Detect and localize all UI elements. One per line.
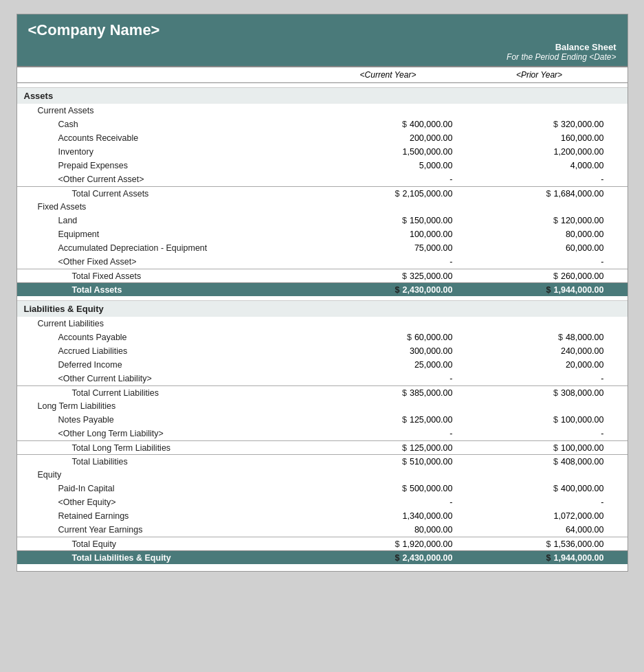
total-current-assets-py: $ 1,684,000.00	[464, 189, 615, 199]
total-current-liabilities-row: Total Current Liabilities $ 385,000.00 $…	[17, 385, 628, 399]
total-liabilities-equity-cy: $ 2,430,000.00	[313, 553, 464, 563]
total-assets-cy: $ 2,430,000.00	[313, 285, 464, 295]
total-lt-liabilities-cy: $ 125,000.00	[313, 443, 464, 453]
dollar-sign: $	[402, 415, 407, 425]
total-liabilities-equity-label: Total Liabilities & Equity	[17, 553, 313, 563]
equipment-cy: 100,000.00	[313, 229, 464, 239]
accum-depreciation-row: Accumulated Depreciation - Equipment 75,…	[17, 241, 628, 255]
other-lt-liability-row: <Other Long Term Liability> - -	[17, 427, 628, 440]
total-fixed-assets-cy: $ 325,000.00	[313, 271, 464, 281]
total-assets-label: Total Assets	[17, 285, 313, 295]
dollar-sign: $	[553, 216, 558, 225]
other-equity-row: <Other Equity> - -	[17, 495, 628, 509]
total-equity-label: Total Equity	[17, 539, 313, 549]
notes-payable-label: Notes Payable	[17, 415, 313, 425]
accrued-liabilities-cy: 300,000.00	[313, 346, 464, 356]
total-current-liabilities-py: $ 308,000.00	[464, 388, 615, 398]
dollar-sign: $	[553, 388, 558, 398]
other-fixed-asset-row: <Other Fixed Asset> - -	[17, 255, 628, 269]
dollar-sign: $	[546, 189, 551, 199]
total-assets-py: $ 1,944,000.00	[464, 285, 615, 295]
accrued-liabilities-row: Accrued Liabilities 300,000.00 240,000.0…	[17, 344, 628, 358]
current-year-earnings-label: Current Year Earnings	[17, 525, 313, 535]
paid-in-capital-row: Paid-In Capital $ 500,000.00 $ 400,000.0…	[17, 482, 628, 495]
doc-title: Balance Sheet	[28, 42, 617, 52]
accum-depreciation-cy: 75,000.00	[313, 243, 464, 253]
dollar-sign: $	[402, 388, 407, 398]
paid-in-capital-cy: $ 500,000.00	[313, 484, 464, 493]
retained-earnings-row: Retained Earnings 1,340,000.00 1,072,000…	[17, 509, 628, 523]
prepaid-expenses-label: Prepaid Expenses	[17, 161, 313, 170]
total-assets-row: Total Assets $ 2,430,000.00 $ 1,944,000.…	[17, 282, 628, 296]
other-equity-cy: -	[313, 497, 464, 507]
header-right: Balance Sheet For the Period Ending <Dat…	[28, 42, 617, 62]
other-fixed-asset-cy: -	[313, 257, 464, 267]
other-equity-py: -	[464, 497, 615, 507]
total-liabilities-label: Total Liabilities	[17, 457, 313, 467]
total-current-liabilities-cy: $ 385,000.00	[313, 388, 464, 398]
other-current-liability-cy: -	[313, 374, 464, 383]
dollar-sign: $	[395, 553, 400, 563]
retained-earnings-py: 1,072,000.00	[464, 511, 615, 521]
long-term-liabilities-label: Long Term Liabilities	[17, 399, 628, 413]
prepaid-expenses-cy: 5,000.00	[313, 161, 464, 170]
other-lt-liability-label: <Other Long Term Liability>	[17, 429, 313, 438]
cash-cy: $ 400,000.00	[313, 120, 464, 129]
deferred-income-cy: 25,000.00	[313, 360, 464, 370]
total-equity-py: $ 1,536,000.00	[464, 539, 615, 549]
total-current-liabilities-label: Total Current Liabilities	[17, 388, 313, 398]
other-lt-liability-cy: -	[313, 429, 464, 438]
liabilities-equity-section-header: Liabilities & Equity	[17, 300, 628, 317]
accrued-liabilities-label: Accrued Liabilities	[17, 346, 313, 356]
total-liabilities-equity-py: $ 1,944,000.00	[464, 553, 615, 563]
dollar-sign: $	[546, 553, 551, 563]
dollar-sign: $	[395, 189, 400, 199]
current-year-earnings-py: 64,000.00	[464, 525, 615, 535]
land-py: $ 120,000.00	[464, 216, 615, 225]
inventory-py: 1,200,000.00	[464, 147, 615, 157]
land-cy: $ 150,000.00	[313, 216, 464, 225]
header: <Company Name> Balance Sheet For the Per…	[17, 14, 628, 66]
total-lt-liabilities-label: Total Long Term Liabilities	[17, 443, 313, 453]
dollar-sign: $	[402, 457, 407, 467]
accum-depreciation-py: 60,000.00	[464, 243, 615, 253]
total-liabilities-equity-row: Total Liabilities & Equity $ 2,430,000.0…	[17, 550, 628, 564]
dollar-sign: $	[553, 484, 558, 493]
other-current-liability-row: <Other Current Liability> - -	[17, 372, 628, 385]
accounts-payable-label: Accounts Payable	[17, 333, 313, 342]
prepaid-expenses-py: 4,000.00	[464, 161, 615, 170]
col-label-left	[17, 70, 313, 80]
paid-in-capital-py: $ 400,000.00	[464, 484, 615, 493]
accounts-payable-py: $ 48,000.00	[464, 333, 615, 342]
other-current-liability-py: -	[464, 374, 615, 383]
accounts-receivable-py: 160,000.00	[464, 133, 615, 143]
total-equity-cy: $ 1,920,000.00	[313, 539, 464, 549]
equipment-row: Equipment 100,000.00 80,000.00	[17, 227, 628, 241]
other-current-asset-row: <Other Current Asset> - -	[17, 172, 628, 186]
notes-payable-py: $ 100,000.00	[464, 415, 615, 425]
equity-label: Equity	[17, 468, 628, 482]
total-lt-liabilities-row: Total Long Term Liabilities $ 125,000.00…	[17, 440, 628, 454]
notes-payable-row: Notes Payable $ 125,000.00 $ 100,000.00	[17, 413, 628, 427]
accounts-payable-row: Accounts Payable $ 60,000.00 $ 48,000.00	[17, 331, 628, 344]
dollar-sign: $	[553, 271, 558, 281]
other-fixed-asset-py: -	[464, 257, 615, 267]
accrued-liabilities-py: 240,000.00	[464, 346, 615, 356]
deferred-income-label: Deferred Income	[17, 360, 313, 370]
dollar-sign: $	[402, 443, 407, 453]
dollar-sign: $	[395, 285, 400, 295]
current-liabilities-label: Current Liabilities	[17, 317, 628, 331]
accounts-receivable-cy: 200,000.00	[313, 133, 464, 143]
dollar-sign: $	[402, 216, 407, 225]
total-fixed-assets-py: $ 260,000.00	[464, 271, 615, 281]
balance-sheet: <Company Name> Balance Sheet For the Per…	[16, 14, 628, 572]
equipment-label: Equipment	[17, 229, 313, 239]
prepaid-expenses-row: Prepaid Expenses 5,000.00 4,000.00	[17, 159, 628, 172]
column-headers: <Current Year> <Prior Year>	[17, 66, 628, 83]
cash-py: $ 320,000.00	[464, 120, 615, 129]
deferred-income-py: 20,000.00	[464, 360, 615, 370]
dollar-sign: $	[553, 120, 558, 129]
other-fixed-asset-label: <Other Fixed Asset>	[17, 257, 313, 267]
dollar-sign: $	[553, 443, 558, 453]
paid-in-capital-label: Paid-In Capital	[17, 484, 313, 493]
